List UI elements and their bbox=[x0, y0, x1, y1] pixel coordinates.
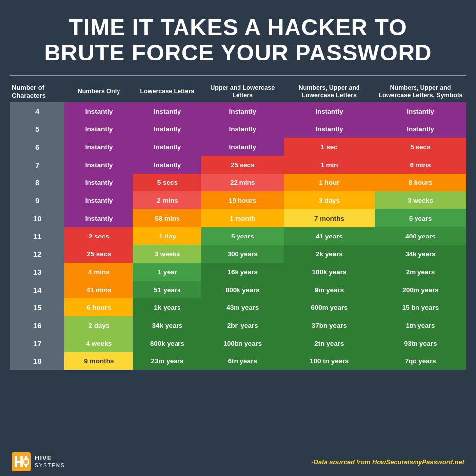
main-container: TIME IT TAKES A HACKER TO BRUTE FORCE YO… bbox=[0, 0, 476, 476]
cell-value: Instantly bbox=[133, 102, 201, 120]
cell-value: 25 secs bbox=[64, 245, 133, 263]
cell-value: 8 hours bbox=[375, 174, 466, 191]
cell-value: 1tn years bbox=[375, 316, 466, 334]
cell-value: 400 years bbox=[375, 227, 466, 245]
table-row: 1225 secs3 weeks300 years2k years34k yea… bbox=[10, 245, 466, 263]
cell-value: Instantly bbox=[133, 138, 201, 156]
cell-value: Instantly bbox=[201, 102, 284, 120]
hive-logo-icon bbox=[12, 452, 31, 471]
table-row: 9Instantly2 mins19 hours3 days3 weeks bbox=[10, 191, 466, 209]
svg-rect-6 bbox=[24, 460, 28, 464]
cell-value: 25 secs bbox=[201, 156, 284, 174]
cell-value: 41 years bbox=[284, 227, 375, 245]
cell-value: 1 hour bbox=[284, 174, 375, 191]
svg-rect-3 bbox=[20, 456, 23, 467]
cell-chars: 4 bbox=[10, 102, 64, 120]
cell-chars: 5 bbox=[10, 120, 64, 138]
table-row: 10Instantly58 mins1 month7 months5 years bbox=[10, 209, 466, 227]
cell-value: 2 secs bbox=[64, 227, 133, 245]
cell-value: 1 day bbox=[133, 227, 201, 245]
cell-value: Instantly bbox=[375, 120, 466, 138]
table-row: 156 hours1k years43m years600m years15 b… bbox=[10, 298, 466, 316]
cell-chars: 9 bbox=[10, 191, 64, 209]
cell-chars: 10 bbox=[10, 209, 64, 227]
cell-value: 7 months bbox=[284, 209, 375, 227]
header-all: Numbers, Upper and Lowercase Letters, Sy… bbox=[375, 81, 466, 102]
cell-value: 7qd years bbox=[375, 352, 466, 370]
cell-chars: 12 bbox=[10, 245, 64, 263]
header-numbers-mixed: Numbers, Upper and Lowercase Letters bbox=[284, 81, 375, 102]
cell-chars: 7 bbox=[10, 156, 64, 174]
table-row: 5InstantlyInstantlyInstantlyInstantlyIns… bbox=[10, 120, 466, 138]
table-row: 162 days34k years2bn years37bn years1tn … bbox=[10, 316, 466, 334]
header-mixed-case: Upper and Lowercase Letters bbox=[201, 81, 284, 102]
cell-value: 100 tn years bbox=[284, 352, 375, 370]
source-credit: -Data sourced from HowSecureismyPassword… bbox=[311, 458, 464, 466]
cell-value: 300 years bbox=[201, 245, 284, 263]
table-row: 174 weeks800k years100bn years2tn years9… bbox=[10, 334, 466, 352]
cell-chars: 15 bbox=[10, 298, 64, 316]
table-row: 112 secs1 day5 years41 years400 years bbox=[10, 227, 466, 245]
table-wrapper: Number of Characters Numbers Only Lowerc… bbox=[10, 81, 466, 446]
cell-value: 2m years bbox=[375, 263, 466, 281]
cell-chars: 8 bbox=[10, 174, 64, 191]
cell-chars: 14 bbox=[10, 281, 64, 298]
cell-value: 22 mins bbox=[201, 174, 284, 191]
cell-value: Instantly bbox=[201, 120, 284, 138]
cell-value: Instantly bbox=[201, 138, 284, 156]
cell-value: Instantly bbox=[64, 156, 133, 174]
cell-value: 600m years bbox=[284, 298, 375, 316]
header-numbers: Numbers Only bbox=[64, 81, 133, 102]
cell-value: 5 years bbox=[201, 227, 284, 245]
cell-value: 15 bn years bbox=[375, 298, 466, 316]
table-header-row: Number of Characters Numbers Only Lowerc… bbox=[10, 81, 466, 102]
cell-value: 5 years bbox=[375, 209, 466, 227]
cell-value: 2tn years bbox=[284, 334, 375, 352]
cell-value: 58 mins bbox=[133, 209, 201, 227]
cell-value: 100k years bbox=[284, 263, 375, 281]
cell-value: Instantly bbox=[133, 156, 201, 174]
cell-value: 1k years bbox=[133, 298, 201, 316]
cell-value: 200m years bbox=[375, 281, 466, 298]
cell-value: 19 hours bbox=[201, 191, 284, 209]
cell-value: 1 month bbox=[201, 209, 284, 227]
cell-value: 43m years bbox=[201, 298, 284, 316]
cell-value: 5 secs bbox=[133, 174, 201, 191]
cell-value: 16k years bbox=[201, 263, 284, 281]
cell-value: 3 weeks bbox=[133, 245, 201, 263]
hive-logo: HIVE SYSTEMS bbox=[12, 452, 65, 471]
cell-value: 51 years bbox=[133, 281, 201, 298]
cell-value: 4 weeks bbox=[64, 334, 133, 352]
footer: HIVE SYSTEMS -Data sourced from HowSecur… bbox=[10, 448, 466, 471]
cell-value: Instantly bbox=[375, 102, 466, 120]
cell-chars: 13 bbox=[10, 263, 64, 281]
svg-rect-2 bbox=[15, 461, 21, 463]
cell-value: 9 months bbox=[64, 352, 133, 370]
cell-value: Instantly bbox=[64, 138, 133, 156]
title-divider bbox=[10, 75, 466, 76]
table-row: 7InstantlyInstantly25 secs1 min6 mins bbox=[10, 156, 466, 174]
cell-value: Instantly bbox=[133, 120, 201, 138]
cell-value: 100bn years bbox=[201, 334, 284, 352]
cell-value: 800k years bbox=[133, 334, 201, 352]
cell-value: 6tn years bbox=[201, 352, 284, 370]
cell-value: 34k years bbox=[375, 245, 466, 263]
cell-value: Instantly bbox=[64, 120, 133, 138]
cell-value: Instantly bbox=[64, 174, 133, 191]
cell-value: 4 mins bbox=[64, 263, 133, 281]
cell-value: 23m years bbox=[133, 352, 201, 370]
cell-value: 3 weeks bbox=[375, 191, 466, 209]
cell-value: Instantly bbox=[64, 102, 133, 120]
header-chars: Number of Characters bbox=[10, 81, 64, 102]
cell-value: 37bn years bbox=[284, 316, 375, 334]
cell-chars: 18 bbox=[10, 352, 64, 370]
cell-value: 93tn years bbox=[375, 334, 466, 352]
table-row: 1441 mins51 years800k years9m years200m … bbox=[10, 281, 466, 298]
cell-value: 6 mins bbox=[375, 156, 466, 174]
header-lowercase: Lowercase Letters bbox=[133, 81, 201, 102]
cell-chars: 11 bbox=[10, 227, 64, 245]
cell-value: Instantly bbox=[284, 102, 375, 120]
cell-value: 1 sec bbox=[284, 138, 375, 156]
hive-logo-text: HIVE SYSTEMS bbox=[35, 455, 65, 469]
cell-value: 2 mins bbox=[133, 191, 201, 209]
